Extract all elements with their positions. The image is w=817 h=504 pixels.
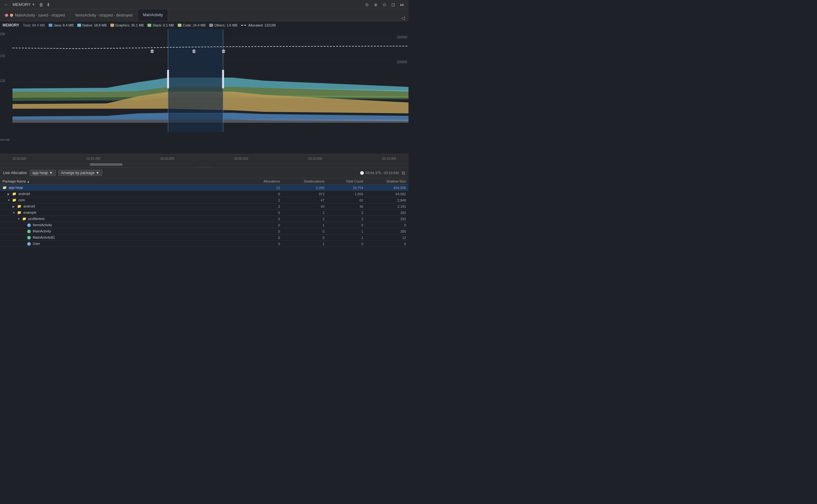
heap-dropdown-label: app heap — [32, 171, 48, 175]
alloc-cell: 2 — [245, 203, 283, 210]
legend-dash-allocated — [241, 25, 246, 26]
zoom-fit-button[interactable]: ⊡ — [390, 2, 397, 8]
tab-dot-orange — [10, 14, 13, 17]
tab-dot-pink — [5, 14, 8, 17]
chart-total: Total: 88.4 MB — [23, 23, 45, 27]
alloc-cell: 0 — [245, 210, 283, 216]
col-shallow-size[interactable]: Shallow Size — [366, 178, 408, 185]
chart-svg: 🗑 🗑 🗑 — [12, 29, 408, 132]
zoom-out-button[interactable]: ⊖ — [364, 2, 370, 8]
folder-icon: 📁 — [17, 211, 21, 214]
scrollbar-thumb[interactable] — [90, 163, 122, 166]
shallow-cell: 834,005 — [366, 185, 408, 191]
y-label-128: 128 — [0, 79, 5, 83]
table-body: 📁 app heap 12 2,265 10,754 834,005 ▶ 📁 a… — [0, 185, 408, 247]
arrange-dropdown-button[interactable]: Arrange by package ▼ — [58, 170, 102, 176]
table-row[interactable]: ▼ 📁 com 2 47 62 2,848 — [0, 197, 408, 203]
y-axis: 256 192 128 256 MB — [0, 29, 12, 154]
table-row[interactable]: ▼ 📁 profilertest 0 2 2 292 — [0, 216, 408, 222]
sort-arrow: ▲ — [27, 180, 30, 183]
legend-graphics: Graphics: 35.1 MB — [110, 23, 144, 27]
table-row[interactable]: C MainActivity$1 0 0 1 12 — [0, 235, 408, 241]
tab-items-activity[interactable]: ItemsActivity - stopped - destroyed — [70, 9, 138, 21]
zoom-reset-button[interactable]: ⊙ — [381, 2, 388, 8]
class-icon-green: C — [27, 236, 31, 240]
table-row[interactable]: C User 0 1 0 0 — [0, 241, 408, 247]
col-package-name[interactable]: Package Name ▲ — [0, 178, 245, 185]
tab-label-1: MainActivity - saved - stopped — [15, 13, 65, 17]
package-name-cell: 📁 app heap — [0, 185, 245, 191]
arrange-dropdown-label: Arrange by package — [61, 171, 94, 175]
table-row[interactable]: C MainActivity 0 0 1 280 — [0, 228, 408, 235]
legend-dot-code — [178, 24, 181, 27]
svg-rect-13 — [222, 70, 224, 88]
dealloc-cell: 47 — [283, 197, 327, 203]
package-name-cell: ▶ 📁 android — [0, 203, 245, 210]
alloc-cell: 0 — [245, 241, 283, 247]
col-deallocations[interactable]: Deallocations — [283, 178, 327, 185]
class-icon-blue: C — [27, 223, 31, 227]
allocation-table-container: Package Name ▲ Allocations Deallocations… — [0, 178, 408, 252]
zoom-in-button[interactable]: ⊕ — [372, 2, 379, 8]
table-row[interactable]: ▶ 📁 android 2 40 40 2,191 — [0, 203, 408, 210]
table-row[interactable]: ▶ 📁 android 0 972 1,855 94,082 — [0, 191, 408, 197]
arrange-dropdown-arrow: ▼ — [96, 171, 99, 175]
shallow-cell: 292 — [366, 210, 408, 216]
memory-dropdown-arrow[interactable]: ▼ — [32, 3, 35, 6]
folder-icon: 📁 — [12, 192, 17, 196]
time-label-3: 03:00.000 — [160, 157, 174, 160]
shallow-cell: 292 — [366, 216, 408, 222]
table-header-row: Package Name ▲ Allocations Deallocations… — [0, 178, 408, 185]
expand-arrow: ▶ — [7, 193, 11, 196]
package-name-cell: C MainActivity$1 — [0, 235, 245, 241]
time-label-6: 03:15.000 — [382, 157, 396, 160]
tab-back-button[interactable]: ◁ — [397, 15, 408, 21]
legend-native: Native: 18.8 MB — [77, 23, 107, 27]
package-name-cell: ▼ 📁 com — [0, 197, 245, 203]
legend-stack: Stack: 0.1 MB — [147, 23, 174, 27]
tab-main-activity[interactable]: MainActivity — [138, 9, 168, 21]
back-button[interactable]: ← — [2, 2, 10, 8]
delete-button[interactable]: 🗑 — [37, 2, 45, 8]
selection-rect — [168, 29, 223, 132]
bottom-toolbar: Live Allocation app heap ▼ Arrange by pa… — [0, 168, 408, 178]
export-button[interactable]: ⬇ — [45, 2, 52, 8]
live-allocation-label: Live Allocation — [3, 171, 27, 175]
class-icon-blue: C — [27, 242, 31, 246]
memory-label: MEMORY — [12, 2, 31, 7]
shallow-cell: 2,191 — [366, 203, 408, 210]
shallow-cell: 12 — [366, 235, 408, 241]
filter-button[interactable]: ⊟ — [402, 170, 405, 175]
shallow-cell: 2,848 — [366, 197, 408, 203]
dealloc-cell: 40 — [283, 203, 327, 210]
class-icon-green: C — [27, 230, 31, 233]
heap-dropdown-button[interactable]: app heap ▼ — [30, 170, 56, 176]
time-range-text: 03:04.375 - 03:10.542 — [366, 171, 399, 175]
total-cell: 0 — [327, 241, 366, 247]
table-row[interactable]: C ItemsActivity 0 1 0 0 — [0, 222, 408, 228]
dealloc-cell: 2 — [283, 216, 327, 222]
scrollbar-track — [0, 163, 408, 166]
tab-main-activity-saved[interactable]: MainActivity - saved - stopped — [0, 9, 70, 21]
timeline-axis: 02:50.000 02:55.000 03:00.000 03:05.000 … — [0, 154, 408, 163]
right-label-100000: 100000 — [397, 60, 407, 64]
total-cell: 10,754 — [327, 185, 366, 191]
gc-icon-1: 🗑 — [150, 49, 154, 54]
col-allocations[interactable]: Allocations — [245, 178, 283, 185]
y-label-256: 256 — [0, 32, 5, 36]
time-label-5: 03:10.000 — [308, 157, 322, 160]
legend-label-others: Others: 1.6 MB — [214, 23, 237, 27]
alloc-cell: 0 — [245, 191, 283, 197]
legend-dot-java — [49, 24, 52, 27]
table-row[interactable]: ▼ 📁 example 0 2 2 292 — [0, 210, 408, 216]
package-name-cell: ▼ 📁 profilertest — [0, 216, 245, 222]
shallow-cell: 0 — [366, 241, 408, 247]
total-cell: 2 — [327, 210, 366, 216]
alloc-cell: 12 — [245, 185, 283, 191]
table-row[interactable]: 📁 app heap 12 2,265 10,754 834,005 — [0, 185, 408, 191]
legend-label-stack: Stack: 0.1 MB — [152, 23, 174, 27]
time-range-display: 🕐 03:04.375 - 03:10.542 — [360, 171, 399, 175]
col-total-count[interactable]: Total Count — [327, 178, 366, 185]
skip-end-button[interactable]: ⏭ — [399, 2, 406, 8]
timeline-labels: 02:50.000 02:55.000 03:00.000 03:05.000 … — [12, 157, 396, 160]
